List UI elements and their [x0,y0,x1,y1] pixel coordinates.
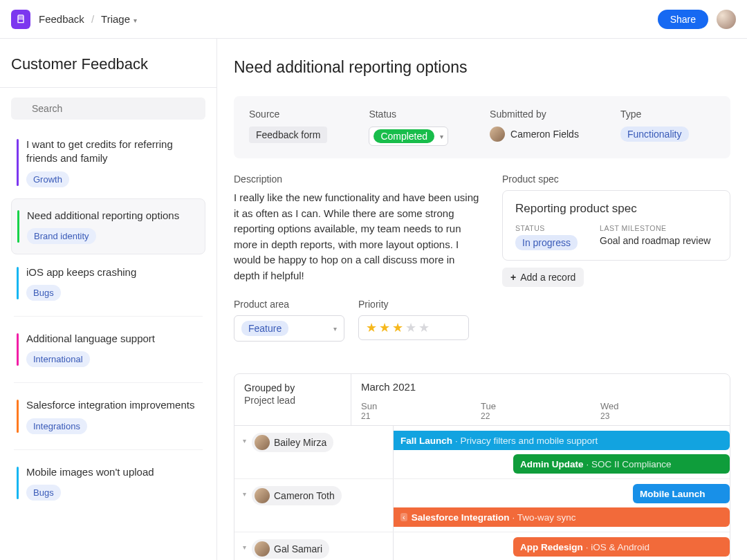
timeline-row: ▾ Bailey Mirza Fall Launch · Privacy fil… [234,426,730,479]
star-icon[interactable]: ★ [405,320,416,335]
source-label: Source [249,109,327,120]
feedback-item-title: Mobile images won't upload [26,465,197,479]
feedback-list: I want to get credits for referring frie… [0,125,216,523]
spec-status-label: STATUS [515,224,578,232]
timeline: Grouped by Project lead March 2021 Sun21… [234,373,730,560]
lead-chip[interactable]: Cameron Toth [252,486,342,505]
feedback-item[interactable]: I want to get credits for referring frie… [11,128,205,197]
priority-stars[interactable]: ★★★★★ [358,315,469,340]
priority-label: Priority [358,299,469,310]
breadcrumb-view[interactable]: Triage ▾ [101,13,137,25]
meta-box: Source Feedback form Status Completed ▾ … [234,96,730,158]
avatar-icon [255,488,270,503]
avatar-icon [255,435,270,450]
product-area-label: Product area [234,299,344,310]
feedback-item-title: Additional language support [26,332,197,346]
feedback-item-tag: Bugs [26,285,61,301]
feedback-item[interactable]: Salesforce integration improvements Inte… [11,389,205,443]
feedback-item-tag: Brand identity [27,228,96,244]
day-header: Wed23 [600,401,720,421]
color-bar [17,467,19,499]
spec-milestone-label: LAST MILESTONE [600,224,710,232]
spec-title: Reporting product spec [515,202,717,216]
star-icon[interactable]: ★ [392,320,403,335]
spec-status-badge: In progress [515,235,578,250]
chevron-down-icon: ▾ [333,325,337,333]
feedback-item-title: Salesforce integration improvements [26,398,197,412]
product-spec-label: Product spec [502,174,730,185]
timeline-event[interactable]: Fall Launch · Privacy filters and mobile… [394,431,730,450]
submitted-by-label: Submitted by [490,109,579,120]
share-button[interactable]: Share [658,10,708,29]
lead-chip[interactable]: Bailey Mirza [252,433,333,452]
product-area-value: Feature [241,321,288,336]
breadcrumb-separator: / [91,13,94,25]
product-area-select[interactable]: Feature ▾ [234,315,344,342]
add-record-button[interactable]: + Add a record [502,268,584,287]
star-icon[interactable]: ★ [418,320,430,335]
star-icon[interactable]: ★ [366,320,377,335]
breadcrumb: Feedback / Triage ▾ [39,13,137,25]
source-value[interactable]: Feedback form [249,127,327,143]
lead-name: Gal Samari [274,543,322,554]
color-bar [17,139,19,186]
type-badge[interactable]: Functionality [620,127,689,142]
color-bar [17,400,19,432]
feedback-item-tag: Integrations [26,418,87,434]
type-label: Type [620,109,689,120]
month-label: March 2021 [361,381,720,393]
lead-chip[interactable]: Gal Samari [252,539,329,559]
spec-milestone-value: Goal and roadmap review [600,235,710,246]
feedback-item[interactable]: Additional language support Internationa… [11,322,205,377]
app-icon[interactable] [11,10,30,29]
avatar-icon [255,541,270,557]
timeline-row: ▾ Cameron Toth Mobile Launch‹Salesforce … [234,479,730,532]
color-bar [17,333,19,366]
feedback-item[interactable]: iOS app keeps crashing Bugs [11,256,205,310]
feedback-item-title: Need additional reporting options [27,209,196,223]
lead-name: Bailey Mirza [274,437,326,448]
user-avatar[interactable] [717,10,736,29]
submitted-by-user[interactable]: Cameron Fields [490,127,579,142]
feedback-item[interactable]: Need additional reporting options Brand … [11,198,205,254]
chevron-down-icon: ▾ [440,133,443,140]
feedback-item-title: I want to get credits for referring frie… [26,138,197,166]
detail-title: Need additional reporting options [234,58,730,77]
star-icon[interactable]: ★ [379,320,390,335]
timeline-event[interactable]: Admin Update · SOC II Compliance [513,454,730,474]
timeline-event[interactable]: App Redesign · iOS & Android [513,537,730,557]
color-bar [17,210,19,243]
search-input[interactable] [11,97,205,120]
feedback-item[interactable]: Mobile images won't upload Bugs [11,456,205,510]
angle-left-icon: ‹ [400,513,407,521]
status-label: Status [369,109,448,120]
feedback-item-tag: Bugs [26,485,61,501]
lead-name: Cameron Toth [274,490,335,501]
grouped-by-value[interactable]: Project lead [244,395,341,406]
timeline-row: ▾ Gal Samari App Redesign · iOS & Androi… [234,532,730,560]
avatar-icon [490,127,505,142]
chevron-down-icon: ▾ [131,17,137,24]
submitted-by-name: Cameron Fields [510,129,579,140]
feedback-item-tag: International [26,351,90,367]
collapse-icon[interactable]: ▾ [243,490,246,498]
timeline-event[interactable]: Mobile Launch [633,484,730,503]
feedback-item-tag: Growth [26,171,69,187]
spec-card[interactable]: Reporting product spec STATUS In progres… [502,190,730,261]
grouped-by-label: Grouped by [244,382,341,393]
breadcrumb-root[interactable]: Feedback [39,13,84,25]
timeline-event[interactable]: ‹Salesforce Integration · Two-way sync [394,507,730,527]
status-select[interactable]: Completed ▾ [369,127,448,146]
status-badge: Completed [374,129,434,143]
description-label: Description [234,174,481,185]
feedback-item-title: iOS app keeps crashing [26,265,197,279]
day-header: Sun21 [361,401,481,421]
plus-icon: + [510,272,516,283]
description-text: I really like the new functionality and … [234,190,481,283]
collapse-icon[interactable]: ▾ [243,543,246,551]
sidebar-title: Customer Feedback [0,39,216,88]
collapse-icon[interactable]: ▾ [243,437,246,445]
day-header: Tue22 [481,401,600,421]
color-bar [17,267,19,299]
